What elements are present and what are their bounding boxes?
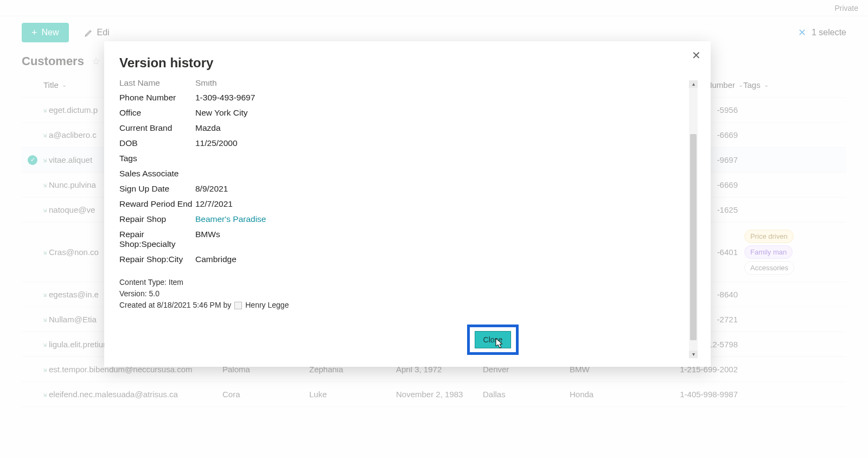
cutoff-row: Last Name Smith <box>119 80 698 90</box>
field-row: Sign Up Date8/9/2021 <box>119 181 698 196</box>
close-button-label: Close <box>483 335 503 344</box>
field-value-link[interactable]: Beamer's Paradise <box>195 214 698 224</box>
close-button-highlight: Close <box>467 325 519 355</box>
field-row: Reward Period End12/7/2021 <box>119 196 698 212</box>
field-label: Tags <box>119 154 195 163</box>
field-row: Current BrandMazda <box>119 120 698 136</box>
dialog-scrollbar[interactable]: ▴ ▾ <box>689 80 698 358</box>
field-label: Repair Shop:Specialty <box>119 230 195 249</box>
field-row: Repair Shop:SpecialtyBMWs <box>119 227 698 252</box>
scroll-track[interactable] <box>689 88 698 351</box>
field-value: New York City <box>195 108 698 118</box>
field-row: OfficeNew York City <box>119 105 698 120</box>
dialog-body: Last Name Smith Phone Number1-309-493-96… <box>119 80 698 358</box>
field-value: BMWs <box>195 230 698 239</box>
field-value: 12/7/2021 <box>195 199 698 209</box>
scroll-thumb[interactable] <box>690 134 697 340</box>
version-history-dialog: ✕ Version history Last Name Smith Phone … <box>104 41 711 367</box>
field-label: Sign Up Date <box>119 184 195 194</box>
created-by-name: Henry Legge <box>245 300 289 311</box>
field-label: Office <box>119 108 195 118</box>
field-label: Current Brand <box>119 123 195 133</box>
field-row: Repair Shop:CityCambridge <box>119 252 698 267</box>
version-number: Version: 5.0 <box>119 288 698 300</box>
field-row: Repair ShopBeamer's Paradise <box>119 212 698 227</box>
scroll-down-icon[interactable]: ▾ <box>689 351 698 358</box>
content-type: Content Type: Item <box>119 277 698 288</box>
field-label: Repair Shop <box>119 214 195 224</box>
field-row: Tags <box>119 151 698 166</box>
dialog-close-icon[interactable]: ✕ <box>692 49 701 62</box>
field-label: Reward Period End <box>119 199 195 209</box>
field-row: Sales Associate <box>119 166 698 181</box>
field-label: Phone Number <box>119 93 195 103</box>
avatar-icon <box>234 302 242 309</box>
dialog-title: Version history <box>104 41 711 77</box>
created-by-line: Created at 8/18/2021 5:46 PM by Henry Le… <box>119 300 698 311</box>
field-value: Cambridge <box>195 255 698 264</box>
field-value: 11/25/2000 <box>195 138 698 148</box>
field-row: DOB11/25/2000 <box>119 136 698 151</box>
field-row: Phone Number1-309-493-9697 <box>119 90 698 105</box>
field-value: 8/9/2021 <box>195 184 698 194</box>
field-value: Mazda <box>195 123 698 133</box>
close-button[interactable]: Close <box>475 331 512 348</box>
field-value: 1-309-493-9697 <box>195 93 698 103</box>
field-label: Repair Shop:City <box>119 255 195 264</box>
item-meta: Content Type: Item Version: 5.0 Created … <box>119 277 698 311</box>
scroll-up-icon[interactable]: ▴ <box>689 80 698 88</box>
field-label: Sales Associate <box>119 169 195 179</box>
field-label: DOB <box>119 138 195 148</box>
